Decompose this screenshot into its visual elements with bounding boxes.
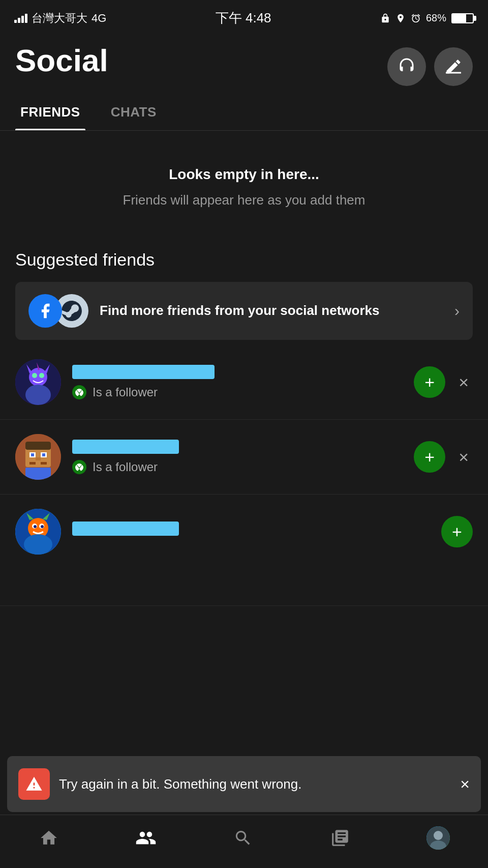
nav-library[interactable] bbox=[319, 823, 361, 853]
friend-actions-2: + × bbox=[414, 441, 473, 473]
dismiss-friend-button-1[interactable]: × bbox=[454, 370, 473, 394]
library-icon bbox=[329, 827, 351, 849]
carrier-label: 台灣大哥大 bbox=[32, 11, 87, 26]
add-friend-button-1[interactable]: + bbox=[414, 366, 445, 398]
tab-chats[interactable]: CHATS bbox=[106, 96, 162, 130]
header: Social bbox=[0, 32, 488, 91]
headset-button[interactable] bbox=[387, 47, 426, 86]
social-networks-card[interactable]: Find more friends from your social netwo… bbox=[15, 282, 473, 340]
friend-follower-status-2: Is a follower bbox=[72, 460, 414, 474]
nav-search[interactable] bbox=[222, 823, 264, 853]
friend-item-2: Is a follower + × bbox=[0, 420, 488, 495]
empty-subtitle: Friends will appear here as you add them bbox=[15, 191, 473, 209]
empty-state: Looks empty in here... Friends will appe… bbox=[0, 131, 488, 240]
profile-avatar-icon bbox=[426, 826, 450, 850]
empty-title: Looks empty in here... bbox=[15, 166, 473, 183]
svg-point-27 bbox=[434, 831, 443, 840]
alarm-icon bbox=[411, 13, 421, 23]
error-message: Try again in a bit. Something went wrong… bbox=[59, 775, 451, 793]
network-label: 4G bbox=[92, 12, 106, 25]
compose-button[interactable] bbox=[434, 47, 473, 86]
svg-rect-9 bbox=[25, 442, 51, 450]
dismiss-friend-button-2[interactable]: × bbox=[454, 445, 473, 469]
page-title: Social bbox=[15, 42, 108, 78]
social-network-icons bbox=[28, 294, 88, 328]
friend-avatar-3 bbox=[15, 509, 61, 555]
svg-point-23 bbox=[34, 525, 37, 528]
headset-icon bbox=[398, 57, 416, 76]
status-time: 下午 4:48 bbox=[216, 9, 271, 27]
friend-item-3: + bbox=[0, 495, 488, 606]
error-toast: Try again in a bit. Something went wrong… bbox=[7, 756, 481, 812]
battery-icon bbox=[451, 13, 474, 23]
lock-icon bbox=[380, 13, 390, 23]
home-icon bbox=[38, 827, 59, 849]
status-bar: 台灣大哥大 4G 下午 4:48 68% bbox=[0, 0, 488, 32]
friend-avatar-1 bbox=[15, 359, 61, 405]
svg-point-25 bbox=[24, 534, 52, 555]
svg-rect-14 bbox=[36, 457, 41, 460]
error-icon bbox=[18, 768, 50, 800]
friend-name-redacted-2 bbox=[72, 440, 179, 454]
svg-rect-17 bbox=[25, 468, 51, 480]
svg-point-2 bbox=[29, 368, 47, 386]
svg-point-24 bbox=[41, 525, 44, 528]
bottom-nav bbox=[0, 815, 488, 868]
facebook-icon bbox=[28, 294, 62, 328]
battery-percent: 68% bbox=[426, 12, 446, 24]
friend-item: Is a follower + × bbox=[0, 345, 488, 420]
friend-follower-status: Is a follower bbox=[72, 385, 414, 399]
svg-point-3 bbox=[25, 385, 51, 405]
friend-info-1: Is a follower bbox=[72, 365, 414, 399]
svg-rect-16 bbox=[41, 462, 47, 465]
people-icon bbox=[135, 827, 157, 849]
location-icon bbox=[395, 13, 406, 23]
nav-home[interactable] bbox=[28, 823, 70, 853]
chevron-right-icon: › bbox=[454, 302, 460, 320]
friend-avatar-2 bbox=[15, 434, 61, 480]
svg-point-4 bbox=[32, 373, 37, 378]
friend-info-3 bbox=[72, 522, 441, 542]
friend-actions-1: + × bbox=[414, 366, 473, 398]
social-networks-text: Find more friends from your social netwo… bbox=[100, 302, 447, 320]
nav-social[interactable] bbox=[125, 823, 167, 853]
svg-rect-12 bbox=[31, 453, 34, 456]
friend-info-2: Is a follower bbox=[72, 440, 414, 474]
add-friend-button-2[interactable]: + bbox=[414, 441, 445, 473]
search-icon bbox=[232, 827, 254, 849]
svg-rect-15 bbox=[29, 462, 36, 465]
header-actions bbox=[387, 42, 473, 86]
xbox-logo-2 bbox=[72, 460, 86, 474]
svg-rect-13 bbox=[42, 453, 45, 456]
xbox-logo bbox=[72, 385, 86, 399]
suggested-friends-title: Suggested friends bbox=[0, 240, 488, 282]
tab-friends[interactable]: FRIENDS bbox=[15, 96, 85, 130]
compose-icon bbox=[444, 57, 463, 76]
tabs: FRIENDS CHATS bbox=[0, 91, 488, 131]
add-friend-button-3[interactable]: + bbox=[441, 516, 473, 547]
signal-icon bbox=[14, 14, 27, 23]
friend-name-redacted bbox=[72, 365, 215, 379]
error-close-button[interactable]: × bbox=[460, 775, 470, 794]
svg-point-5 bbox=[39, 373, 44, 378]
nav-profile[interactable] bbox=[416, 822, 460, 854]
status-right: 68% bbox=[380, 12, 474, 24]
friend-name-redacted-3 bbox=[72, 522, 179, 536]
svg-rect-0 bbox=[446, 72, 461, 74]
status-left: 台灣大哥大 4G bbox=[14, 11, 106, 26]
friend-actions-3: + bbox=[441, 516, 473, 547]
